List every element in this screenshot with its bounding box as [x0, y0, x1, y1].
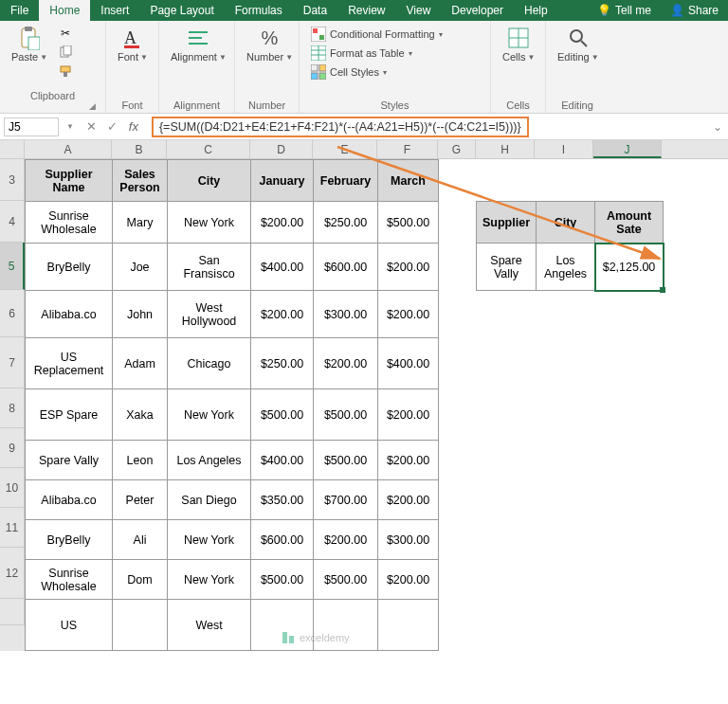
tab-home[interactable]: Home [39, 0, 90, 21]
tab-help[interactable]: Help [514, 0, 558, 21]
row-header[interactable]: 4 [0, 201, 25, 243]
tab-review[interactable]: Review [337, 0, 395, 21]
table-header[interactable]: January [251, 160, 314, 202]
table-header[interactable]: City [537, 202, 595, 244]
table-cell[interactable] [378, 600, 439, 651]
row-header[interactable]: 8 [0, 388, 25, 428]
table-cell[interactable]: New York [168, 389, 251, 441]
table-cell[interactable]: $700.00 [314, 480, 378, 520]
col-header-b[interactable]: B [112, 140, 167, 158]
format-painter-button[interactable] [57, 63, 74, 80]
insert-function-button[interactable]: fx [127, 119, 140, 134]
table-cell[interactable]: US [26, 600, 113, 651]
table-cell[interactable]: $2,125.00 [595, 244, 664, 291]
row-header[interactable]: 6 [0, 290, 25, 337]
table-cell[interactable]: John [113, 291, 168, 338]
table-cell[interactable]: Leon [113, 441, 168, 480]
table-cell[interactable]: $600.00 [251, 520, 314, 560]
table-header[interactable]: Supplier [477, 202, 537, 244]
row-header[interactable]: 5 [0, 243, 25, 290]
table-cell[interactable]: West [168, 600, 251, 651]
table-cell[interactable]: $200.00 [378, 560, 439, 600]
clipboard-dialog-launcher[interactable]: ◢ [8, 101, 98, 111]
table-cell[interactable]: $500.00 [314, 441, 378, 480]
col-header-d[interactable]: D [250, 140, 313, 158]
tab-insert[interactable]: Insert [90, 0, 139, 21]
table-cell[interactable]: BryBelly [26, 244, 113, 291]
expand-formula-bar-button[interactable]: ⌄ [707, 120, 728, 134]
tab-view[interactable]: View [396, 0, 442, 21]
enter-formula-button[interactable]: ✓ [106, 119, 119, 134]
table-cell[interactable]: Adam [113, 338, 168, 389]
cancel-formula-button[interactable]: ✕ [85, 119, 99, 134]
col-header-i[interactable]: I [535, 140, 593, 158]
table-cell[interactable]: $200.00 [314, 338, 378, 389]
table-cell[interactable]: $200.00 [251, 291, 314, 338]
table-header[interactable]: City [168, 160, 251, 202]
col-header-a[interactable]: A [25, 140, 112, 158]
table-header[interactable]: Sales Person [113, 160, 168, 202]
table-cell[interactable]: $500.00 [251, 389, 314, 441]
cell-styles-button[interactable]: Cell Styles▾ [307, 63, 482, 81]
paste-button[interactable]: Paste▼ [8, 25, 51, 64]
table-cell[interactable]: Joe [113, 244, 168, 291]
row-header[interactable]: 9 [0, 428, 25, 468]
tab-page-layout[interactable]: Page Layout [139, 0, 224, 21]
table-cell[interactable]: $400.00 [251, 244, 314, 291]
table-cell[interactable]: $500.00 [251, 560, 314, 600]
row-header[interactable] [0, 599, 25, 625]
cells-button[interactable]: Cells▼ [499, 25, 538, 64]
tab-data[interactable]: Data [293, 0, 337, 21]
table-cell[interactable]: Los Angeles [168, 441, 251, 480]
table-cell[interactable]: Dom [113, 560, 168, 600]
table-cell[interactable]: $200.00 [378, 480, 439, 520]
table-cell[interactable]: San Fransisco [168, 244, 251, 291]
table-cell[interactable]: US Replacement [26, 338, 113, 389]
table-cell[interactable]: $300.00 [378, 520, 439, 560]
col-header-f[interactable]: F [377, 140, 438, 158]
row-header[interactable]: 12 [0, 548, 25, 599]
col-header-c[interactable]: C [167, 140, 250, 158]
table-cell[interactable]: $250.00 [314, 202, 378, 244]
table-cell[interactable]: $200.00 [251, 202, 314, 244]
table-cell[interactable]: Peter [113, 480, 168, 520]
table-header[interactable]: March [378, 160, 439, 202]
table-cell[interactable]: New York [168, 560, 251, 600]
editing-button[interactable]: Editing▼ [554, 25, 603, 64]
copy-button[interactable] [57, 44, 74, 61]
format-as-table-button[interactable]: Format as Table▾ [307, 44, 482, 63]
table-cell[interactable]: Spare Vally [26, 441, 113, 480]
table-cell[interactable]: $400.00 [251, 441, 314, 480]
font-button[interactable]: A Font▼ [114, 25, 152, 64]
table-cell[interactable]: Sunrise Wholesale [26, 202, 113, 244]
tab-file[interactable]: File [0, 0, 39, 21]
table-cell[interactable]: Mary [113, 202, 168, 244]
col-header-j[interactable]: J [593, 140, 662, 158]
table-cell[interactable]: $400.00 [378, 338, 439, 389]
table-cell[interactable]: Alibaba.co [26, 480, 113, 520]
table-cell[interactable]: New York [168, 202, 251, 244]
table-header[interactable]: Amount Sate [595, 202, 664, 244]
tell-me[interactable]: 💡 Tell me [588, 0, 661, 21]
table-cell[interactable]: New York [168, 520, 251, 560]
main-data-table[interactable]: Supplier NameSales PersonCityJanuaryFebr… [25, 159, 439, 651]
table-cell[interactable]: $200.00 [378, 291, 439, 338]
table-cell[interactable]: $200.00 [378, 441, 439, 480]
row-header[interactable]: 10 [0, 468, 25, 508]
table-cell[interactable]: San Diego [168, 480, 251, 520]
number-button[interactable]: % Number▼ [243, 25, 297, 64]
table-header[interactable]: Supplier Name [26, 160, 113, 202]
table-cell[interactable]: ESP Spare [26, 389, 113, 441]
table-cell[interactable]: Spare Vally [477, 244, 537, 291]
side-summary-table[interactable]: SupplierCityAmount SateSpare VallyLos An… [476, 201, 664, 291]
namebox-chevron-icon[interactable]: ▼ [63, 122, 78, 131]
table-cell[interactable]: West Hollywood [168, 291, 251, 338]
table-cell[interactable]: $300.00 [314, 291, 378, 338]
tab-formulas[interactable]: Formulas [225, 0, 293, 21]
conditional-formatting-button[interactable]: Conditional Formatting▾ [307, 25, 482, 44]
row-header[interactable]: 7 [0, 337, 25, 388]
table-cell[interactable]: $250.00 [251, 338, 314, 389]
select-all-corner[interactable] [0, 140, 25, 158]
table-cell[interactable]: Chicago [168, 338, 251, 389]
table-cell[interactable]: $500.00 [314, 560, 378, 600]
